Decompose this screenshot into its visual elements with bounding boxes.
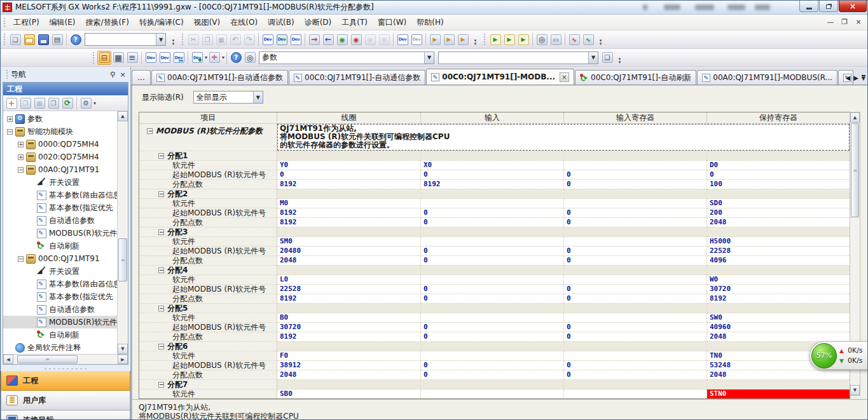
nt-new-button[interactable] [4, 96, 18, 110]
collapse-icon[interactable]: − [158, 191, 164, 197]
toolbar-combo[interactable]: 参数▼ [259, 51, 434, 64]
toolbar-grip[interactable] [181, 33, 184, 46]
tree-item-MODBUS(R)软元件[interactable]: MODBUS(R)软元件 [3, 227, 117, 240]
nav-window-button[interactable] [97, 51, 111, 65]
toolbar-grip[interactable] [483, 33, 486, 46]
menu-item-窗口[interactable]: 窗口(W) [373, 15, 411, 30]
tree-item-00A0:QJ71MT91[interactable]: −00A0:QJ71MT91 [3, 163, 117, 176]
zoom-src-button[interactable] [535, 32, 549, 46]
value-cell[interactable]: 0 [564, 332, 707, 342]
value-cell[interactable]: 8192 [421, 180, 564, 189]
dev-memory-button[interactable] [158, 51, 172, 65]
expand-icon[interactable]: + [7, 116, 13, 122]
panel-grip[interactable] [6, 69, 8, 80]
menu-item-视图[interactable]: 视图(V) [189, 15, 226, 30]
tree-item-基本参数(路由器信息[interactable]: 基本参数(路由器信息 [3, 278, 117, 290]
value-cell[interactable]: 0 [277, 170, 421, 180]
paste-button[interactable] [214, 32, 228, 46]
copy-button[interactable] [200, 32, 214, 46]
value-cell[interactable]: 0 [707, 170, 850, 180]
tab-menu-icon[interactable]: ▼ [862, 75, 865, 81]
value-cell[interactable]: 0 [564, 294, 707, 304]
value-cell[interactable]: 4096 [707, 256, 850, 266]
lad-f7-button[interactable] [516, 32, 530, 46]
value-cell[interactable]: 30720 [277, 323, 421, 332]
tree-item-MODBUS(R)软元件[interactable]: MODBUS(R)软元件 [3, 316, 117, 329]
value-cell[interactable]: 8192 [277, 332, 421, 342]
scroll-thumb[interactable]: ≡ [851, 123, 859, 217]
tree-item-自动通信参数[interactable]: 自动通信参数 [3, 303, 117, 316]
sampling-trace-button[interactable] [567, 32, 581, 46]
dev-on-button[interactable] [396, 32, 410, 46]
chevron-down-icon[interactable]: ▾ [93, 100, 96, 106]
value-cell[interactable]: D0 [707, 161, 850, 170]
value-cell[interactable]: 0 [421, 370, 564, 380]
value-cell[interactable] [421, 313, 564, 323]
tree-item-基本参数(指定优先[interactable]: 基本参数(指定优先 [3, 201, 117, 214]
value-cell[interactable]: 0 [421, 285, 564, 294]
value-cell[interactable]: 0 [564, 170, 707, 180]
value-cell[interactable]: F0 [277, 351, 421, 361]
view-selector-连接目标[interactable]: 连接目标 [1, 410, 130, 420]
value-cell[interactable]: M0 [277, 199, 421, 208]
scroll-left-icon[interactable]: ◀ [3, 355, 13, 364]
value-cell[interactable] [564, 313, 707, 323]
value-cell[interactable]: 0 [421, 170, 564, 180]
collapse-icon[interactable]: − [18, 256, 24, 262]
value-cell[interactable]: 0 [421, 323, 564, 332]
chevron-down-icon[interactable]: ▾ [222, 55, 224, 60]
tree-item-自动通信参数[interactable]: 自动通信参数 [3, 214, 117, 227]
value-cell[interactable]: 0 [421, 361, 564, 370]
value-cell[interactable]: 0 [564, 208, 707, 218]
collapse-icon[interactable]: − [158, 268, 164, 273]
value-cell[interactable]: 0 [564, 180, 707, 189]
nt-refresh-button[interactable] [60, 96, 74, 110]
cross-ref-button[interactable] [207, 51, 221, 65]
save-button[interactable] [36, 32, 50, 46]
lad-f6-button[interactable] [502, 32, 516, 46]
value-cell[interactable]: X0 [421, 161, 564, 170]
menu-item-搜索/替换[interactable]: 搜索/替换(F) [81, 15, 134, 30]
flash-1-button[interactable] [428, 32, 442, 46]
mdi-close-button[interactable]: × [853, 17, 864, 27]
expand-icon[interactable]: + [18, 154, 24, 160]
tree-scrollbar-horizontal[interactable]: ◀ ≡ ▶ [3, 354, 128, 364]
tree-item-智能功能模块[interactable]: −智能功能模块 [3, 125, 117, 138]
find-dev-button[interactable] [243, 51, 257, 65]
tree-item-开关设置[interactable]: 开关设置 [3, 176, 117, 189]
view-selector-工程[interactable]: 工程 [1, 371, 130, 391]
nt-copy-button[interactable] [18, 96, 32, 110]
value-cell[interactable]: 38912 [277, 361, 421, 370]
tree-item-0020:QD75MH4[interactable]: +0020:QD75MH4 [3, 151, 117, 163]
value-cell[interactable]: SD0 [707, 199, 850, 208]
value-cell[interactable]: 0 [421, 218, 564, 227]
value-cell[interactable]: 0 [564, 370, 707, 380]
open-button[interactable] [22, 32, 36, 46]
network-speed-widget[interactable]: 57% ▲0K/s ▼0K/s [809, 341, 868, 370]
root-item-cell[interactable]: −MODBUS (R)软元件分配参数 [139, 124, 277, 151]
dev-comment-button[interactable] [144, 51, 158, 65]
value-cell[interactable]: 2048 [277, 256, 421, 266]
document-tab[interactable]: 00C0:QJ71MT91[]-MODB...× [426, 69, 574, 85]
value-cell[interactable] [564, 275, 707, 285]
value-cell[interactable] [564, 390, 707, 399]
menu-item-调试[interactable]: 调试(B) [263, 15, 300, 30]
value-cell[interactable] [564, 161, 707, 170]
menu-item-转换/编译[interactable]: 转换/编译(C) [134, 15, 189, 30]
value-cell[interactable]: 0 [564, 323, 707, 332]
usage-percent-ball[interactable]: 57% [811, 343, 837, 369]
menu-item-工具[interactable]: 工具(T) [336, 15, 373, 30]
nt-info-button[interactable] [46, 96, 60, 110]
value-cell[interactable]: SW0 [707, 313, 850, 323]
value-cell[interactable]: 30720 [707, 285, 850, 294]
value-cell[interactable]: L0 [277, 275, 421, 285]
tree-item-基本参数(指定优先[interactable]: 基本参数(指定优先 [3, 290, 117, 303]
value-cell[interactable]: 0 [564, 285, 707, 294]
value-cell[interactable] [564, 351, 707, 361]
value-cell[interactable]: SM0 [277, 237, 421, 247]
tree-item-00C0:QJ71MT91[interactable]: −00C0:QJ71MT91 [3, 252, 117, 265]
tree-item-开关设置[interactable]: 开关设置 [3, 265, 117, 278]
value-cell[interactable] [564, 199, 707, 208]
toolbar-grip[interactable] [3, 33, 6, 46]
prev-tab-icon[interactable]: ◀ [845, 74, 850, 81]
